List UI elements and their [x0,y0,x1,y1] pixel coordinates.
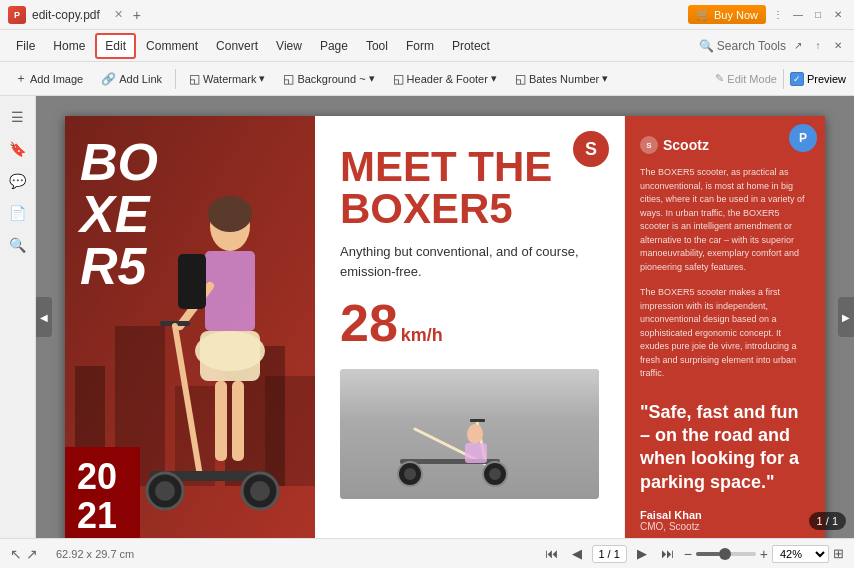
zoom-in-button[interactable]: + [760,546,768,562]
svg-rect-4 [215,381,227,461]
sidebar-comment-icon[interactable]: 💬 [5,168,31,194]
search-tools-button[interactable]: 🔍 Search Tools [699,39,786,53]
svg-point-14 [250,481,270,501]
s-logo-circle: S [573,131,609,167]
hand-tool-icon[interactable]: ↗ [26,546,38,562]
page-counter-badge: 1 / 1 [809,512,846,530]
zoom-out-button[interactable]: − [684,546,692,562]
collapse-left-button[interactable]: ◀ [36,297,52,337]
menu-bar: File Home Edit Comment Convert View Page… [0,30,854,62]
close-button[interactable]: ✕ [830,7,846,23]
menu-form[interactable]: Form [398,35,442,57]
toolbar-right: ✎ Edit Mode ✓ Preview [715,69,846,89]
pdf-icon-circle: P [789,124,817,152]
cursor-tool-icon[interactable]: ↖ [10,546,22,562]
pdf-document: BOXER5 [65,116,825,538]
buy-now-button[interactable]: 🛒 Buy Now [688,5,766,24]
toolbar-overflow-button[interactable]: ⋮ [770,7,786,23]
header-footer-dropdown-icon: ▾ [491,72,497,85]
pdf-left-section: BOXER5 [65,116,315,538]
meet-the-text: MEET THE [340,146,599,188]
tool-icons-group: ↖ ↗ [10,546,38,562]
toolbar-sep-1 [175,69,176,89]
year-text: 20 21 [65,447,140,538]
menu-page[interactable]: Page [312,35,356,57]
pdf-right-section: S Scootz The BOXER5 scooter, as practica… [625,116,825,538]
description-text-1: The BOXER5 scooter, as practical as unco… [640,166,810,274]
menu-home[interactable]: Home [45,35,93,57]
add-link-button[interactable]: 🔗 Add Link [94,68,169,90]
person-scooter-image [120,166,310,538]
sidebar-panel-icon[interactable]: ☰ [5,104,31,130]
fit-page-button[interactable]: ⊞ [833,546,844,561]
sidebar-search-icon[interactable]: 🔍 [5,232,31,258]
svg-rect-25 [465,443,487,463]
scooter-product-image [340,369,599,499]
speed-number: 28 [340,297,398,349]
author-title: CMO, Scootz [640,521,810,532]
left-sidebar: ☰ 🔖 💬 📄 🔍 [0,96,36,538]
preview-checkbox[interactable]: ✓ Preview [790,72,846,86]
menu-view[interactable]: View [268,35,310,57]
navigation-controls: ⏮ ◀ ▶ ⏭ − + 42% 50% 75% 100% ⊞ [541,544,844,563]
header-footer-button[interactable]: ◱ Header & Footer ▾ [386,68,504,90]
header-footer-icon: ◱ [393,72,404,86]
menu-comment[interactable]: Comment [138,35,206,57]
maximize-button[interactable]: □ [810,7,826,23]
svg-point-12 [155,481,175,501]
pdf-viewer-area: ◀ BOXER5 [36,96,854,538]
menu-convert[interactable]: Convert [208,35,266,57]
menu-file[interactable]: File [8,35,43,57]
edit-mode-button[interactable]: ✎ Edit Mode [715,72,777,85]
share-button[interactable]: ↗ [790,38,806,54]
last-page-button[interactable]: ⏭ [657,544,678,563]
page-dimensions: 62.92 x 29.7 cm [56,548,134,560]
page-number-input[interactable] [592,545,627,563]
background-button[interactable]: ◱ Background ~ ▾ [276,68,381,90]
main-area: ☰ 🔖 💬 📄 🔍 ◀ BOXER5 [0,96,854,538]
title-bar-right: 🛒 Buy Now ⋮ — □ ✕ [427,5,846,24]
pdf-corner-icon: P [789,124,817,152]
scootz-logo: S Scootz [640,136,810,154]
zoom-slider-thumb[interactable] [719,548,731,560]
svg-point-19 [404,468,416,480]
add-image-button[interactable]: ＋ Add Image [8,66,90,91]
minimize-button[interactable]: — [790,7,806,23]
link-icon: 🔗 [101,72,116,86]
menu-protect[interactable]: Protect [444,35,498,57]
tab-close-button[interactable]: ✕ [114,8,123,21]
background-icon: ◱ [283,72,294,86]
search-icon: 🔍 [699,39,714,53]
tab-title: edit-copy.pdf [32,8,100,22]
next-page-button[interactable]: ▶ [633,544,651,563]
menu-tool[interactable]: Tool [358,35,396,57]
svg-point-21 [489,468,501,480]
menu-overflow-button[interactable]: ✕ [830,38,846,54]
prev-page-button[interactable]: ◀ [568,544,586,563]
zoom-slider[interactable] [696,552,756,556]
new-tab-button[interactable]: + [133,7,141,23]
svg-rect-15 [178,254,206,309]
sidebar-pages-icon[interactable]: 📄 [5,200,31,226]
sidebar-bookmark-icon[interactable]: 🔖 [5,136,31,162]
bates-icon: ◱ [515,72,526,86]
add-image-icon: ＋ [15,70,27,87]
menu-edit[interactable]: Edit [95,33,136,59]
background-dropdown-icon: ▾ [369,72,375,85]
description-text-2: The BOXER5 scooter makes a first impress… [640,286,810,381]
boxer5-title-text: BOXER5 [340,188,599,230]
bates-number-button[interactable]: ◱ Bates Number ▾ [508,68,615,90]
zoom-controls: − + 42% 50% 75% 100% ⊞ [684,545,844,563]
app-icon: P [8,6,26,24]
svg-rect-1 [205,251,255,331]
zoom-level-select[interactable]: 42% 50% 75% 100% [772,545,829,563]
status-bar: ↖ ↗ 62.92 x 29.7 cm ⏮ ◀ ▶ ⏭ − + 42% 50% … [0,538,854,568]
tagline-text: Anything but conventional, and of course… [340,242,599,281]
title-bar-left: P edit-copy.pdf ✕ + [8,6,427,24]
cart-icon: 🛒 [696,8,710,21]
svg-rect-22 [470,419,485,422]
collapse-right-button[interactable]: ▶ [838,297,854,337]
first-page-button[interactable]: ⏮ [541,544,562,563]
watermark-button[interactable]: ◱ Watermark ▾ [182,68,272,90]
update-button[interactable]: ↑ [810,38,826,54]
